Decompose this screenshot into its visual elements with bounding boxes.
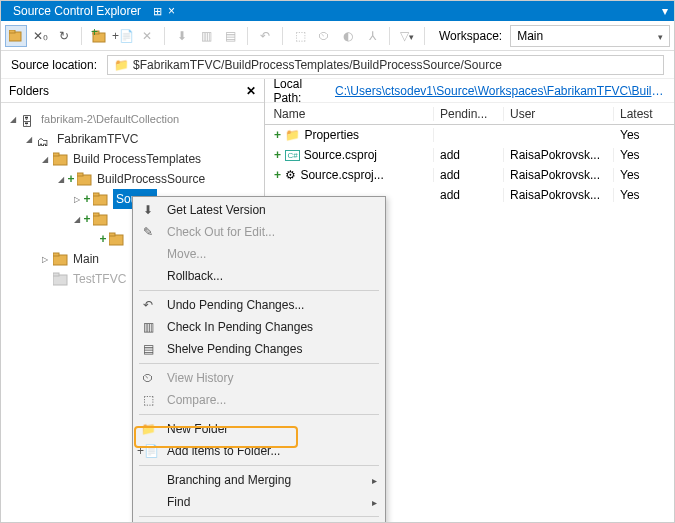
- folders-toggle-button[interactable]: [5, 25, 27, 47]
- download-icon: ⬇: [139, 201, 157, 219]
- source-location-input[interactable]: 📁 $FabrikamTFVC/BuildProcessTemplates/Bu…: [107, 55, 664, 75]
- close-tab-icon[interactable]: ×: [168, 4, 175, 18]
- svg-rect-8: [77, 173, 83, 176]
- tree-node-testtfvc[interactable]: TestTFVC: [73, 269, 126, 289]
- local-path-label: Local Path:: [273, 77, 329, 105]
- tree-node-source-build[interactable]: BuildProcessSource: [97, 169, 205, 189]
- add-file-icon: +📄: [139, 442, 157, 460]
- col-name[interactable]: Name: [265, 107, 434, 121]
- menu-branching[interactable]: Branching and Merging: [133, 469, 385, 491]
- new-folder-button[interactable]: +: [88, 25, 110, 47]
- branch-icon[interactable]: ⅄: [361, 25, 383, 47]
- table-row[interactable]: +⚙Source.csproj... add RaisaPokrovsk... …: [265, 165, 674, 185]
- table-row[interactable]: +C#Source.csproj add RaisaPokrovsk... Ye…: [265, 145, 674, 165]
- pin-icon[interactable]: ⊞: [153, 5, 162, 18]
- cell-pending: add: [434, 168, 504, 182]
- project-icon: 🗂: [37, 132, 53, 146]
- folder-icon: 📁: [114, 58, 129, 72]
- folder-icon: [109, 232, 125, 246]
- workspace-value: Main: [517, 29, 543, 43]
- csproj-icon: C#: [285, 150, 299, 161]
- folder-icon: 📁: [285, 128, 300, 142]
- menu-undo[interactable]: ↶Undo Pending Changes...: [133, 294, 385, 316]
- workspace-selector[interactable]: Main: [510, 25, 670, 47]
- compare-icon[interactable]: ⬚: [289, 25, 311, 47]
- collection-icon: 🗄: [21, 112, 37, 126]
- menu-move[interactable]: Move...: [133, 243, 385, 265]
- toolbar: ✕₀ ↻ + +📄 ✕ ⬇ ▥ ▤ ↶ ⬚ ⏲ ◐ ⅄ ▽ Workspace:…: [1, 21, 674, 51]
- tree-node-project[interactable]: FabrikamTFVC: [57, 129, 138, 149]
- folder-icon: [53, 152, 69, 166]
- window-title: Source Control Explorer: [7, 2, 147, 20]
- svg-rect-6: [53, 153, 59, 156]
- folder-icon: [93, 212, 109, 226]
- cell-pending: add: [434, 188, 504, 202]
- table-row[interactable]: +📁Properties Yes: [265, 125, 674, 145]
- folder-icon: [93, 192, 109, 206]
- history-icon[interactable]: ⏲: [313, 25, 335, 47]
- col-pending[interactable]: Pendin...: [434, 107, 504, 121]
- cell-latest: Yes: [614, 188, 674, 202]
- dropdown-icon[interactable]: ▾: [662, 4, 668, 18]
- source-location-label: Source location:: [11, 58, 97, 72]
- col-user[interactable]: User: [504, 107, 614, 121]
- get-latest-icon[interactable]: ⬇: [171, 25, 193, 47]
- pending-add-marker: +: [99, 229, 107, 249]
- source-location-value: $FabrikamTFVC/BuildProcessTemplates/Buil…: [133, 58, 502, 72]
- menu-additems[interactable]: +📄Add items to Folder...: [133, 440, 385, 462]
- menu-rollback[interactable]: Rollback...: [133, 265, 385, 287]
- cloak-icon[interactable]: ◐: [337, 25, 359, 47]
- checkin-icon[interactable]: ▥: [195, 25, 217, 47]
- shelve-icon: ▤: [139, 340, 157, 358]
- checkout-icon: ✎: [139, 223, 157, 241]
- cell-user: RaisaPokrovsk...: [504, 188, 614, 202]
- menu-find[interactable]: Find: [133, 491, 385, 513]
- filter-dropdown-icon[interactable]: ▽: [396, 25, 418, 47]
- svg-rect-12: [93, 213, 99, 216]
- refresh-icon[interactable]: ↻: [53, 25, 75, 47]
- close-folders-icon[interactable]: ✕: [246, 84, 256, 98]
- shelve-icon[interactable]: ▤: [219, 25, 241, 47]
- local-path-link[interactable]: C:\Users\ctsodev1\Source\Workspaces\Fabr…: [335, 84, 666, 98]
- menu-shelve[interactable]: ▤Shelve Pending Changes: [133, 338, 385, 360]
- tree-node-main[interactable]: Main: [73, 249, 99, 269]
- menu-newfolder[interactable]: 📁New Folder: [133, 418, 385, 440]
- cell-user: RaisaPokrovsk...: [504, 168, 614, 182]
- svg-rect-1: [9, 30, 15, 33]
- filter-icon[interactable]: ✕₀: [29, 25, 51, 47]
- svg-rect-14: [109, 233, 115, 236]
- add-items-button[interactable]: +📄: [112, 25, 134, 47]
- settings-file-icon: ⚙: [285, 168, 296, 182]
- cell-name: Properties: [304, 128, 359, 142]
- workspace-label: Workspace:: [439, 29, 502, 43]
- cell-latest: Yes: [614, 128, 674, 142]
- folder-icon: [77, 172, 93, 186]
- tree-node-templates[interactable]: Build ProcessTemplates: [73, 149, 201, 169]
- menu-compare[interactable]: ⬚Compare...: [133, 389, 385, 411]
- chevron-down-icon: [658, 29, 663, 43]
- submenu-arrow-icon: [372, 495, 377, 509]
- titlebar: Source Control Explorer ⊞ × ▾: [1, 1, 674, 21]
- pending-add-marker: +: [83, 209, 91, 229]
- menu-history[interactable]: ⏲View History: [133, 367, 385, 389]
- tree-root[interactable]: fabrikam-2\DefaultCollection: [41, 109, 179, 129]
- menu-get-latest[interactable]: ⬇Get Latest Version: [133, 199, 385, 221]
- context-menu: ⬇Get Latest Version ✎Check Out for Edit.…: [132, 196, 386, 523]
- menu-checkout[interactable]: ✎Check Out for Edit...: [133, 221, 385, 243]
- cell-pending: add: [434, 148, 504, 162]
- undo-icon[interactable]: ↶: [254, 25, 276, 47]
- folder-plus-icon: 📁: [139, 420, 157, 438]
- col-latest[interactable]: Latest: [614, 107, 674, 121]
- undo-icon: ↶: [139, 296, 157, 314]
- history-icon: ⏲: [139, 369, 157, 387]
- menu-checkin[interactable]: ▥Check In Pending Changes: [133, 316, 385, 338]
- svg-rect-10: [93, 193, 99, 196]
- pending-add-marker: +: [83, 189, 91, 209]
- svg-rect-18: [53, 273, 59, 276]
- cell-user: RaisaPokrovsk...: [504, 148, 614, 162]
- delete-button[interactable]: ✕: [136, 25, 158, 47]
- svg-rect-16: [53, 253, 59, 256]
- svg-text:+: +: [91, 29, 98, 39]
- pending-add-marker: +: [67, 169, 75, 189]
- checkin-icon: ▥: [139, 318, 157, 336]
